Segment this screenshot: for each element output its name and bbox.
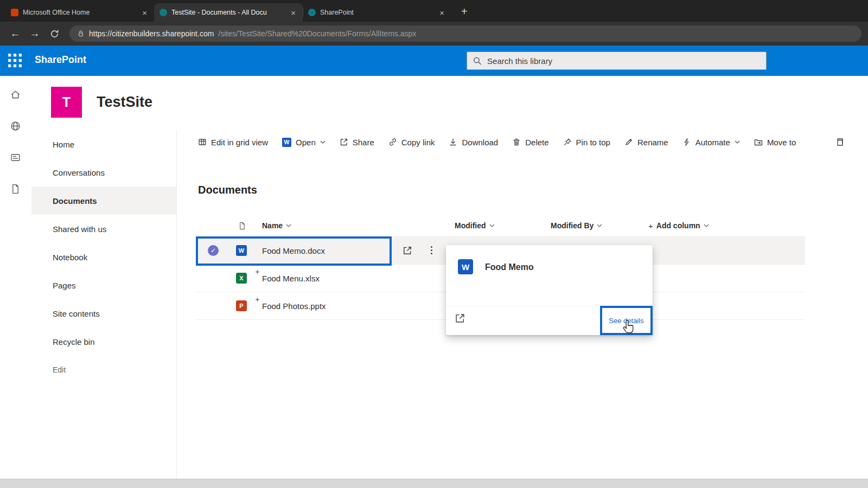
forward-button[interactable]: → [26,28,43,40]
tab-title: Microsoft Office Home [23,9,136,16]
tab-title: SharePoint [320,9,433,16]
word-file-icon: W [236,245,247,256]
nav-label: Shared with us [53,224,106,234]
add-column-button[interactable]: + Add column [648,214,709,237]
tab-sharepoint[interactable]: SharePoint × [303,3,451,22]
column-header-modified-by[interactable]: Modified By [551,214,602,237]
delete-button[interactable]: Delete [512,138,548,147]
nav-label: Home [53,140,74,149]
library-search [467,52,767,70]
new-tab-button[interactable]: + [461,5,468,18]
see-details-link[interactable]: See details [609,317,643,325]
tab-testsite-documents[interactable]: TestSite - Documents - All Docu × [154,3,303,22]
share-icon [340,138,348,146]
download-button[interactable]: Download [449,138,498,147]
sidebar-item-conversations[interactable]: Conversations [31,158,176,187]
link-icon [388,138,397,146]
address-bar: ← → https://citizenbuilders.sharepoint.c… [0,22,868,46]
globe-icon[interactable] [10,120,21,132]
sidebar-item-documents[interactable]: Documents [31,187,176,215]
see-details-highlight-annotation: See details [600,306,653,335]
close-icon[interactable]: × [289,8,297,17]
nav-label: Conversations [53,168,105,177]
folder-move-icon [754,138,763,146]
sidebar-item-edit[interactable]: Edit [31,356,176,384]
back-button[interactable]: ← [7,28,24,40]
new-item-sparkle-icon [255,297,260,302]
rename-button[interactable]: Rename [624,138,668,147]
sidebar-item-home[interactable]: Home [31,130,176,158]
url-host: https://citizenbuilders.sharepoint.com [89,29,214,38]
command-bar: Edit in grid view W Open Share Copy link… [198,132,810,152]
nav-label: Site contents [53,309,100,318]
nav-label: Documents [53,196,97,206]
site-logo-initial: T [62,94,71,110]
sidebar-item-notebook[interactable]: Notebook [31,243,176,271]
reload-button[interactable] [46,29,63,38]
toolbar-label: Edit in grid view [211,138,268,147]
more-actions-icon[interactable] [429,246,435,254]
file-name-link[interactable]: Food Memo.docx [262,237,325,265]
toolbar-label: Open [296,138,316,147]
search-input[interactable] [487,56,761,66]
automate-button[interactable]: Automate [682,138,740,147]
edit-in-grid-view-button[interactable]: Edit in grid view [198,138,268,147]
share-icon[interactable] [455,313,465,324]
share-icon[interactable] [403,246,412,255]
address-input[interactable]: https://citizenbuilders.sharepoint.com/s… [69,25,861,42]
toolbar-label: Delete [525,138,548,147]
sidebar-item-pages[interactable]: Pages [31,271,176,299]
rename-icon [624,138,633,146]
close-icon[interactable]: × [141,8,149,17]
download-icon [449,138,457,146]
plus-icon: + [648,221,653,230]
toolbar-label: Move to [767,138,796,147]
pin-to-top-button[interactable]: Pin to top [563,138,610,147]
check-glyph: ✓ [210,247,216,254]
document-icon[interactable] [10,183,21,195]
nav-label: Notebook [53,253,87,262]
toolbar-label: Automate [695,138,730,147]
selected-check-icon[interactable]: ✓ [208,245,219,256]
copy-to-icon[interactable] [835,138,844,146]
pin-icon [563,138,572,146]
tab-office-home[interactable]: Microsoft Office Home × [5,3,154,22]
excel-file-icon: X [236,273,247,284]
site-logo[interactable]: T [51,87,82,118]
chevron-down-icon [704,224,709,227]
chevron-down-icon [489,224,495,227]
taskbar-strip [0,479,868,488]
sidebar-item-site-contents[interactable]: Site contents [31,299,176,328]
column-header-modified[interactable]: Modified [455,214,495,237]
close-icon[interactable]: × [438,8,446,17]
toolbar-label: Pin to top [576,138,610,147]
url-path: /sites/TestSite/Shared%20Documents/Forms… [218,29,416,38]
tab-title: TestSite - Documents - All Docu [171,9,285,16]
hover-card-title: Food Memo [485,262,534,272]
column-header-name[interactable]: Name [262,214,291,237]
word-icon: W [282,138,291,147]
file-type-column-icon [238,214,246,237]
open-button[interactable]: W Open [282,138,326,147]
column-label: Modified [455,221,486,230]
sidebar-item-recycle-bin[interactable]: Recycle bin [31,328,176,356]
move-to-button[interactable]: Move to [754,138,796,147]
file-name-link[interactable]: Food Menu.xlsx [262,265,320,292]
sharepoint-brand[interactable]: SharePoint [35,54,86,66]
tab-strip: Microsoft Office Home × TestSite - Docum… [0,0,868,22]
copy-link-button[interactable]: Copy link [388,138,435,147]
sharepoint-favicon-icon [159,9,167,16]
share-button[interactable]: Share [340,138,374,147]
app-rail [0,76,31,479]
news-card-icon[interactable] [10,152,21,163]
chevron-down-icon [320,140,326,144]
app-launcher-icon[interactable] [8,54,22,67]
column-label: Add column [656,221,700,230]
home-icon[interactable] [10,89,21,100]
file-name-link[interactable]: Food Photos.pptx [262,292,326,320]
nav-divider [176,130,177,479]
sidebar-item-shared-with-us[interactable]: Shared with us [31,215,176,243]
search-icon [473,56,482,66]
grid-icon [198,138,207,146]
lock-icon [77,30,85,37]
